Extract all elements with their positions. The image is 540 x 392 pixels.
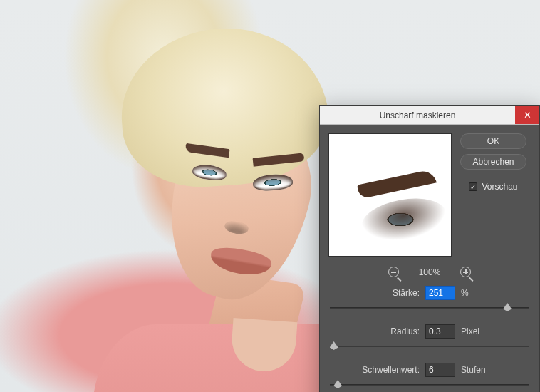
amount-label: Stärke: [328,288,420,298]
amount-slider[interactable] [330,303,529,313]
amount-unit: % [461,288,469,298]
radius-slider[interactable] [330,341,529,351]
radius-label: Radius: [328,326,420,336]
close-button[interactable]: ✕ [515,106,539,124]
portrait-illustration [93,43,306,342]
zoom-level: 100% [419,267,441,277]
preview-thumbnail[interactable] [328,133,452,257]
zoom-in-icon[interactable] [460,267,471,277]
slider-thumb-icon[interactable] [330,341,338,350]
threshold-unit: Stufen [461,365,486,375]
radius-unit: Pixel [461,326,479,336]
dialog-title: Unscharf maskieren [320,110,515,120]
slider-thumb-icon[interactable] [503,303,512,311]
cancel-button[interactable]: Abbrechen [460,154,526,170]
close-icon: ✕ [524,110,531,120]
ok-button[interactable]: OK [460,133,526,149]
radius-input[interactable] [425,324,455,339]
checkbox-check-icon: ✓ [469,182,477,191]
amount-input[interactable] [425,286,455,300]
slider-thumb-icon[interactable] [333,380,342,388]
preview-checkbox[interactable]: ✓ Vorschau [469,182,517,192]
unsharp-mask-dialog: Unscharf maskieren ✕ OK Abbrechen ✓ Vors… [319,105,540,392]
threshold-slider[interactable] [330,380,529,390]
dialog-titlebar[interactable]: Unscharf maskieren ✕ [320,106,539,125]
threshold-input[interactable] [425,363,455,377]
threshold-label: Schwellenwert: [328,365,420,375]
preview-checkbox-label: Vorschau [482,182,517,192]
zoom-out-icon[interactable] [388,267,399,277]
